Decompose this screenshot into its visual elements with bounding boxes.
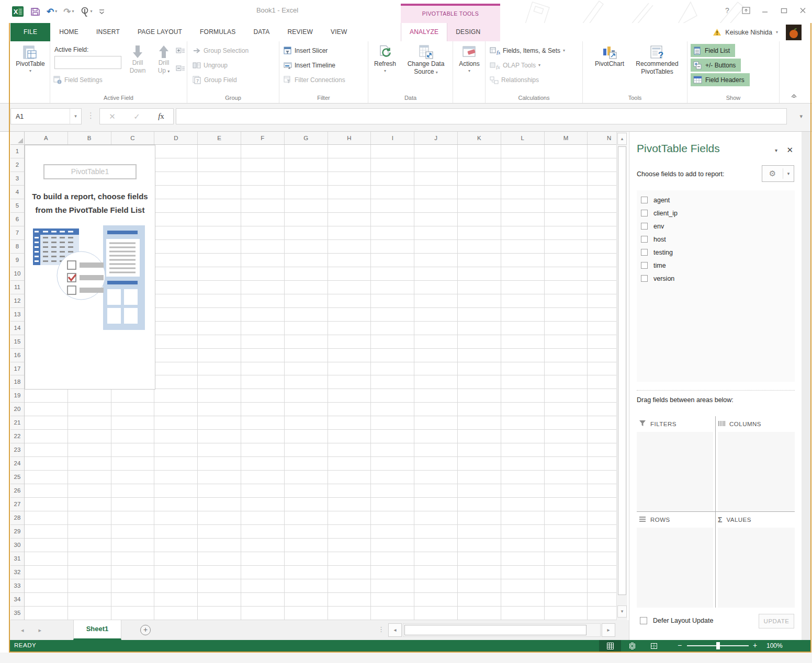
row-header-25[interactable]: 25 (10, 471, 24, 484)
recommended-pivottables-button[interactable]: ? Recommended PivotTables (630, 44, 684, 76)
zoom-out-icon[interactable]: − (678, 641, 682, 649)
change-data-source-button[interactable]: Change Data Source ▾ (401, 44, 451, 76)
close-icon[interactable] (797, 5, 808, 16)
area-columns[interactable]: COLUMNS (716, 416, 795, 512)
tab-design[interactable]: DESIGN (447, 23, 489, 41)
row-header-22[interactable]: 22 (10, 430, 24, 443)
field-checkbox[interactable] (641, 249, 648, 256)
column-header-M[interactable]: M (545, 132, 588, 144)
tab-review[interactable]: REVIEW (278, 23, 322, 41)
tools-dropdown-button[interactable]: ⚙ ▾ (762, 165, 794, 182)
row-header-1[interactable]: 1 (10, 145, 24, 158)
row-header-29[interactable]: 29 (10, 525, 24, 539)
row-header-2[interactable]: 2 (10, 158, 24, 172)
column-header-F[interactable]: F (241, 132, 285, 144)
new-sheet-icon[interactable]: + (140, 625, 151, 635)
column-header-E[interactable]: E (198, 132, 241, 144)
row-header-7[interactable]: 7 (10, 226, 24, 240)
horizontal-scroll-thumb[interactable] (404, 625, 587, 635)
row-header-31[interactable]: 31 (10, 552, 24, 566)
next-sheet-icon[interactable]: ▸ (39, 627, 42, 634)
row-header-10[interactable]: 10 (10, 267, 24, 281)
insert-function-icon[interactable]: fx (158, 112, 164, 121)
field-checkbox[interactable] (641, 223, 648, 230)
group-field-button[interactable]: 7 Group Field (193, 74, 237, 86)
cancel-entry-icon[interactable]: ✕ (109, 112, 116, 121)
fields-items-sets-button[interactable]: fx Fields, Items, & Sets ▾ (490, 44, 565, 57)
column-header-A[interactable]: A (25, 132, 68, 144)
touch-mode-button[interactable]: ▾ (81, 7, 93, 17)
ungroup-button[interactable]: Ungroup (193, 59, 228, 72)
help-icon[interactable]: ? (722, 5, 732, 16)
select-all-corner[interactable] (10, 132, 25, 145)
field-checkbox[interactable] (641, 210, 648, 216)
row-header-9[interactable]: 9 (10, 254, 24, 267)
olap-tools-button[interactable]: fx OLAP Tools ▾ (490, 59, 540, 72)
horizontal-scrollbar[interactable] (403, 623, 601, 637)
field-checkbox[interactable] (641, 275, 648, 282)
row-header-13[interactable]: 13 (10, 308, 24, 322)
field-checkbox[interactable] (641, 197, 648, 203)
tab-file[interactable]: FILE (10, 23, 50, 41)
formula-input[interactable] (176, 108, 787, 124)
row-header-30[interactable]: 30 (10, 539, 24, 552)
redo-button[interactable]: ↷▾ (63, 6, 74, 17)
field-checkbox[interactable] (641, 236, 648, 243)
save-icon[interactable] (30, 7, 40, 17)
row-header-35[interactable]: 35 (10, 607, 24, 620)
ribbon-display-options-icon[interactable] (741, 5, 751, 16)
pivotchart-button[interactable]: PivotChart (592, 44, 627, 68)
area-dropzone[interactable] (718, 528, 795, 608)
row-header-26[interactable]: 26 (10, 484, 24, 498)
expand-formula-bar-icon[interactable]: ▾ (799, 113, 803, 120)
insert-timeline-button[interactable]: Insert Timeline (284, 59, 335, 72)
pane-options-chevron-icon[interactable]: ▾ (775, 147, 777, 153)
pane-close-icon[interactable]: ✕ (786, 145, 793, 155)
name-box-dropdown-icon[interactable]: ▾ (70, 109, 81, 124)
row-header-4[interactable]: 4 (10, 186, 24, 199)
column-header-D[interactable]: D (154, 132, 198, 144)
row-header-28[interactable]: 28 (10, 511, 24, 525)
row-header-18[interactable]: 18 (10, 375, 24, 389)
scroll-left-icon[interactable]: ◂ (388, 623, 402, 637)
field-list-toggle[interactable]: Field List (691, 44, 735, 57)
normal-view-button[interactable] (599, 640, 621, 651)
row-header-32[interactable]: 32 (10, 566, 24, 579)
scroll-up-icon[interactable]: ▴ (617, 133, 627, 145)
actions-button[interactable]: Actions ▾ (456, 44, 483, 73)
column-header-C[interactable]: C (111, 132, 155, 144)
field-item-client-ip[interactable]: client_ip (637, 207, 795, 220)
user-account-area[interactable]: Keisuke Nishida ▾ (713, 23, 802, 41)
group-selection-button[interactable]: Group Selection (193, 44, 249, 57)
drill-up-button[interactable]: Drill Up ▾ (153, 44, 175, 75)
area-dropzone[interactable] (637, 432, 713, 511)
row-header-5[interactable]: 5 (10, 199, 24, 213)
minimize-icon[interactable] (760, 5, 770, 16)
row-header-33[interactable]: 33 (10, 579, 24, 593)
column-header-N[interactable]: N (588, 132, 616, 144)
column-header-H[interactable]: H (328, 132, 371, 144)
row-header-14[interactable]: 14 (10, 322, 24, 335)
drill-down-button[interactable]: Drill Down (127, 44, 149, 75)
collapse-ribbon-button[interactable] (791, 90, 797, 100)
tab-home[interactable]: HOME (50, 23, 87, 41)
area-dropzone[interactable] (718, 432, 795, 511)
row-header-12[interactable]: 12 (10, 294, 24, 308)
column-header-J[interactable]: J (414, 132, 458, 144)
field-item-version[interactable]: version (637, 272, 795, 285)
vertical-scrollbar[interactable]: ▴ ▾ (616, 132, 627, 620)
page-break-preview-button[interactable] (643, 640, 665, 651)
field-item-time[interactable]: time (637, 259, 795, 272)
previous-sheet-icon[interactable]: ◂ (21, 627, 24, 634)
row-header-34[interactable]: 34 (10, 593, 24, 607)
field-item-host[interactable]: host (637, 233, 795, 246)
column-header-I[interactable]: I (371, 132, 414, 144)
vertical-scroll-thumb[interactable] (618, 146, 626, 595)
row-header-27[interactable]: 27 (10, 498, 24, 511)
active-field-input[interactable] (54, 56, 121, 69)
cells-area[interactable]: PivotTable1 To build a report, choose fi… (25, 145, 616, 620)
row-header-24[interactable]: 24 (10, 457, 24, 471)
area-rows[interactable]: ROWS (637, 512, 716, 608)
field-item-env[interactable]: env (637, 220, 795, 233)
insert-slicer-button[interactable]: Insert Slicer (284, 44, 328, 57)
